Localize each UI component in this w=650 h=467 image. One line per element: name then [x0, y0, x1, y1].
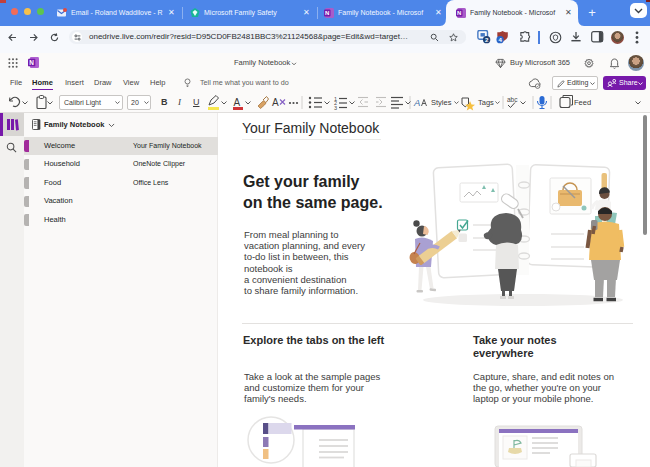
svg-text:N: N: [29, 59, 34, 66]
svg-text:N: N: [457, 10, 461, 16]
svg-text:A: A: [272, 97, 279, 108]
svg-text:A: A: [234, 97, 241, 108]
svg-text:abc: abc: [507, 96, 518, 103]
svg-text:A: A: [413, 97, 420, 108]
svg-text:N: N: [325, 10, 329, 16]
svg-text:4: 4: [498, 36, 502, 43]
svg-text:3: 3: [334, 105, 337, 111]
svg-text:2: 2: [485, 36, 489, 43]
